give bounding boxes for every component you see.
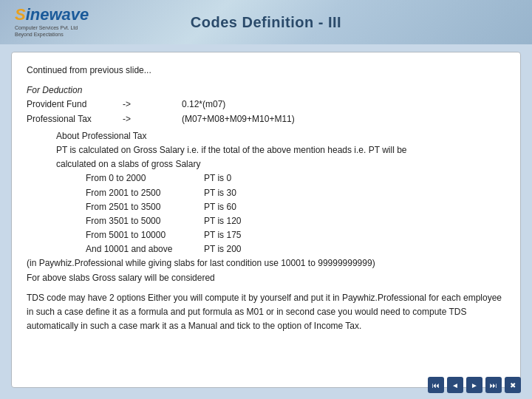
main-content: Continued from previous slide... For Ded… [11,52,521,388]
for-deduction-label: For Deduction [27,83,505,98]
slab-row: From 2501 to 3500PT is 60 [86,200,505,214]
footer-nav: ⏮ ◄ ► ⏭ ✖ [428,377,521,393]
slab-row: From 2001 to 2500PT is 30 [86,186,505,200]
logo-text: Sinewave [15,7,89,23]
slab-range: From 2001 to 2500 [86,186,204,200]
slab-value: PT is 175 [204,228,241,242]
continued-text: Continued from previous slide... [27,64,505,78]
nav-last-button[interactable]: ⏭ [485,377,502,393]
tds-para: TDS code may have 2 options Either you w… [27,291,505,334]
slab-range: From 5001 to 10000 [86,228,204,242]
paywhiz-note: (in Paywhiz.Professional while giving sl… [27,256,505,270]
slab-row: From 5001 to 10000PT is 175 [86,228,505,242]
slab-value: PT is 0 [204,171,231,185]
nav-first-button[interactable]: ⏮ [428,377,444,393]
pf-formula: 0.12*(m07) [182,98,225,112]
slab-value: PT is 60 [204,200,236,214]
logo-area: Sinewave Computer Services Pvt. Ltd Beyo… [15,7,89,38]
pf-row: Provident Fund -> 0.12*(m07) [27,98,505,112]
slab-range: And 10001 and above [86,242,204,256]
about-pt: About Professional Tax PT is calculated … [56,129,505,172]
nav-close-button[interactable]: ✖ [505,377,521,393]
slab-row: And 10001 and abovePT is 200 [86,242,505,256]
slab-range: From 0 to 2000 [86,171,204,185]
nav-next-button[interactable]: ► [466,377,482,393]
gross-note: For above slabs Gross salary will be con… [27,271,505,285]
slab-row: From 3501 to 5000PT is 120 [86,214,505,228]
slab-value: PT is 200 [204,242,241,256]
pf-arrow: -> [123,98,182,112]
slab-range: From 3501 to 5000 [86,214,204,228]
nav-prev-button[interactable]: ◄ [447,377,463,393]
header: Sinewave Computer Services Pvt. Ltd Beyo… [0,0,532,44]
pt-formula: (M07+M08+M09+M10+M11) [182,112,295,126]
slab-range: From 2501 to 3500 [86,200,204,214]
pt-label: Professional Tax [27,112,123,126]
pt-arrow: -> [123,112,182,126]
pf-label: Provident Fund [27,98,123,112]
slabs-table: From 0 to 2000PT is 0From 2001 to 2500PT… [86,171,505,256]
slab-value: PT is 120 [204,214,241,228]
pt-desc1: PT is calculated on Gross Salary i.e. if… [56,143,505,157]
page-title: Codes Definition - III [191,14,341,31]
logo-subtitle: Computer Services Pvt. Ltd Beyond Expect… [15,24,78,38]
pt-row: Professional Tax -> (M07+M08+M09+M10+M11… [27,112,505,126]
about-pt-label: About Professional Tax [56,129,505,143]
slab-row: From 0 to 2000PT is 0 [86,171,505,185]
slab-value: PT is 30 [204,186,236,200]
pt-desc2: calculated on a slabs of gross Salary [56,157,505,171]
